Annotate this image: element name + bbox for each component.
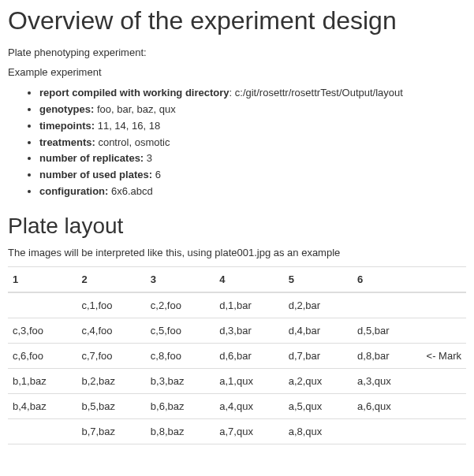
meta-item: report compiled with working directory: … [39,86,466,101]
cell [8,292,77,318]
cell: a,4,qux [215,393,283,418]
page-title: Overview of the experiment design [8,6,466,35]
section-plate-layout-desc: The images will be interpreted like this… [8,247,466,258]
cell: b,8,baz [146,418,215,444]
cell [422,393,466,418]
cell [8,418,77,444]
cell: b,7,baz [77,418,145,444]
meta-item: treatments: control, osmotic [39,136,466,151]
meta-item: number of used plates: 6 [39,168,466,183]
table-row: b,1,baz b,2,baz b,3,baz a,1,qux a,2,qux … [8,368,466,393]
col-header: 4 [215,266,283,292]
cell: b,4,baz [8,393,77,418]
cell: c,8,foo [146,343,215,368]
col-header: 5 [284,266,353,292]
meta-value: : c:/git/rosettr/rosettrTest/Output/layo… [230,87,403,99]
plate-layout-table: 1 2 3 4 5 6 c,1,foo c,2,foo d,1,bar d,2,… [8,266,466,444]
cell: c,4,foo [77,318,145,343]
cell: d,4,bar [284,318,353,343]
meta-value: 3 [144,152,152,164]
cell: a,5,qux [284,393,353,418]
cell: d,1,bar [215,292,283,318]
table-row: c,1,foo c,2,foo d,1,bar d,2,bar [8,292,466,318]
meta-label: treatments: [39,136,95,148]
cell: c,1,foo [77,292,145,318]
col-header: 3 [146,266,215,292]
cell: c,5,foo [146,318,215,343]
cell: b,5,baz [77,393,145,418]
cell [422,318,466,343]
intro-line-1: Plate phenotyping experiment: [8,46,466,58]
cell: c,7,foo [77,343,145,368]
table-row: c,6,foo c,7,foo c,8,foo d,6,bar d,7,bar … [8,343,466,368]
cell: c,6,foo [8,343,77,368]
meta-item: genotypes: foo, bar, baz, qux [39,102,466,117]
meta-value: 6x6.abcd [108,185,152,197]
cell: a,1,qux [215,368,283,393]
meta-item: configuration: 6x6.abcd [39,184,466,199]
cell: a,6,qux [353,393,421,418]
cell: a,8,qux [284,418,353,444]
cell: a,3,qux [353,368,421,393]
meta-label: number of replicates: [39,152,144,164]
cell [353,292,421,318]
cell: d,2,bar [284,292,353,318]
cell: a,7,qux [215,418,283,444]
cell: b,1,baz [8,368,77,393]
col-header: 6 [353,266,421,292]
table-header-row: 1 2 3 4 5 6 [8,266,466,292]
cell [422,292,466,318]
table-row: c,3,foo c,4,foo c,5,foo d,3,bar d,4,bar … [8,318,466,343]
experiment-meta-list: report compiled with working directory: … [8,86,466,199]
cell: b,2,baz [77,368,145,393]
cell [422,368,466,393]
meta-value: 11, 14, 16, 18 [95,120,160,132]
intro-line-2: Example experiment [8,66,466,78]
table-row: b,4,baz b,5,baz b,6,baz a,4,qux a,5,qux … [8,393,466,418]
page-root: Overview of the experiment design Plate … [0,0,474,452]
cell: d,3,bar [215,318,283,343]
col-header: 1 [8,266,77,292]
cell-mark: <- Mark [422,343,466,368]
cell: d,7,bar [284,343,353,368]
meta-value: 6 [152,169,161,180]
cell: d,5,bar [353,318,421,343]
col-header: 2 [77,266,145,292]
cell: b,6,baz [146,393,215,418]
cell: d,6,bar [215,343,283,368]
cell: d,8,bar [353,343,421,368]
meta-label: timepoints: [39,120,95,132]
meta-label: configuration: [39,185,108,197]
meta-value: control, osmotic [95,136,170,148]
meta-value: foo, bar, baz, qux [94,103,175,115]
meta-label: genotypes: [39,103,94,115]
meta-item: number of replicates: 3 [39,151,466,166]
cell: a,2,qux [284,368,353,393]
meta-label: number of used plates: [39,169,152,180]
table-row: b,7,baz b,8,baz a,7,qux a,8,qux [8,418,466,444]
cell: c,2,foo [146,292,215,318]
meta-label: report compiled with working directory [39,87,230,99]
section-plate-layout-title: Plate layout [8,214,466,239]
meta-item: timepoints: 11, 14, 16, 18 [39,119,466,134]
cell [422,418,466,444]
cell: c,3,foo [8,318,77,343]
cell [353,418,421,444]
cell: b,3,baz [146,368,215,393]
col-header [422,266,466,292]
